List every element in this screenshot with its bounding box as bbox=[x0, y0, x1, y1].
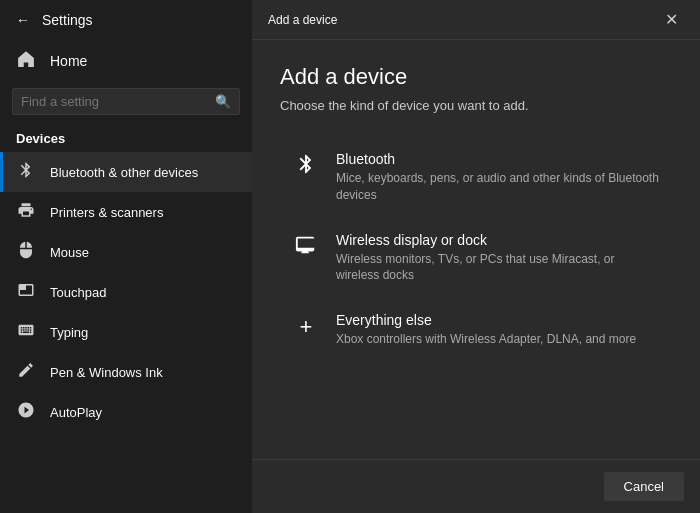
nav-item-pen[interactable]: Pen & Windows Ink bbox=[0, 352, 252, 392]
nav-label-autoplay: AutoPlay bbox=[50, 405, 102, 420]
section-label: Devices bbox=[0, 121, 252, 152]
add-device-dialog: Add a device ✕ Add a device Choose the k… bbox=[252, 0, 700, 513]
typing-icon bbox=[16, 321, 36, 343]
nav-item-typing[interactable]: Typing bbox=[0, 312, 252, 352]
home-nav-item[interactable]: Home bbox=[0, 40, 252, 82]
search-input[interactable] bbox=[21, 94, 207, 109]
settings-header: ← Settings bbox=[0, 0, 252, 40]
nav-label-pen: Pen & Windows Ink bbox=[50, 365, 163, 380]
nav-item-touchpad[interactable]: Touchpad bbox=[0, 272, 252, 312]
back-button[interactable]: ← bbox=[16, 12, 30, 28]
cancel-button[interactable]: Cancel bbox=[604, 472, 684, 501]
bluetooth-device-name: Bluetooth bbox=[336, 151, 660, 167]
nav-label-typing: Typing bbox=[50, 325, 88, 340]
dialog-heading: Add a device bbox=[280, 64, 672, 90]
nav-item-mouse[interactable]: Mouse bbox=[0, 232, 252, 272]
home-label: Home bbox=[50, 53, 87, 69]
dialog-overlay: Add a device ✕ Add a device Choose the k… bbox=[252, 0, 700, 513]
wireless-display-info: Wireless display or dock Wireless monito… bbox=[336, 232, 660, 285]
wireless-display-icon bbox=[292, 234, 320, 261]
dialog-footer: Cancel bbox=[252, 459, 700, 513]
bluetooth-device-icon bbox=[292, 153, 320, 180]
mouse-icon bbox=[16, 241, 36, 263]
search-icon: 🔍 bbox=[215, 94, 231, 109]
nav-label-touchpad: Touchpad bbox=[50, 285, 106, 300]
nav-item-autoplay[interactable]: AutoPlay bbox=[0, 392, 252, 432]
close-button[interactable]: ✕ bbox=[659, 8, 684, 31]
printer-icon bbox=[16, 201, 36, 223]
dialog-title-text: Add a device bbox=[268, 13, 337, 27]
home-icon bbox=[16, 50, 36, 72]
dialog-content: Add a device Choose the kind of device y… bbox=[252, 40, 700, 459]
device-option-bluetooth[interactable]: Bluetooth Mice, keyboards, pens, or audi… bbox=[280, 137, 672, 218]
settings-panel: ← Settings Home 🔍 Devices Bluetooth & ot… bbox=[0, 0, 252, 513]
bluetooth-device-info: Bluetooth Mice, keyboards, pens, or audi… bbox=[336, 151, 660, 204]
touchpad-icon bbox=[16, 281, 36, 303]
autoplay-icon bbox=[16, 401, 36, 423]
nav-label-mouse: Mouse bbox=[50, 245, 89, 260]
nav-item-printers[interactable]: Printers & scanners bbox=[0, 192, 252, 232]
pen-icon bbox=[16, 361, 36, 383]
wireless-display-desc: Wireless monitors, TVs, or PCs that use … bbox=[336, 251, 660, 285]
nav-item-bluetooth[interactable]: Bluetooth & other devices bbox=[0, 152, 252, 192]
everything-else-desc: Xbox controllers with Wireless Adapter, … bbox=[336, 331, 636, 348]
dialog-subtitle: Choose the kind of device you want to ad… bbox=[280, 98, 672, 113]
search-box[interactable]: 🔍 bbox=[12, 88, 240, 115]
bluetooth-icon bbox=[16, 161, 36, 183]
dialog-titlebar: Add a device ✕ bbox=[252, 0, 700, 40]
wireless-display-name: Wireless display or dock bbox=[336, 232, 660, 248]
everything-else-icon: + bbox=[292, 314, 320, 340]
bluetooth-device-desc: Mice, keyboards, pens, or audio and othe… bbox=[336, 170, 660, 204]
nav-label-printers: Printers & scanners bbox=[50, 205, 163, 220]
everything-else-name: Everything else bbox=[336, 312, 636, 328]
everything-else-info: Everything else Xbox controllers with Wi… bbox=[336, 312, 636, 348]
device-option-everything-else[interactable]: + Everything else Xbox controllers with … bbox=[280, 298, 672, 362]
nav-label-bluetooth: Bluetooth & other devices bbox=[50, 165, 198, 180]
device-option-wireless-display[interactable]: Wireless display or dock Wireless monito… bbox=[280, 218, 672, 299]
settings-title: Settings bbox=[42, 12, 93, 28]
